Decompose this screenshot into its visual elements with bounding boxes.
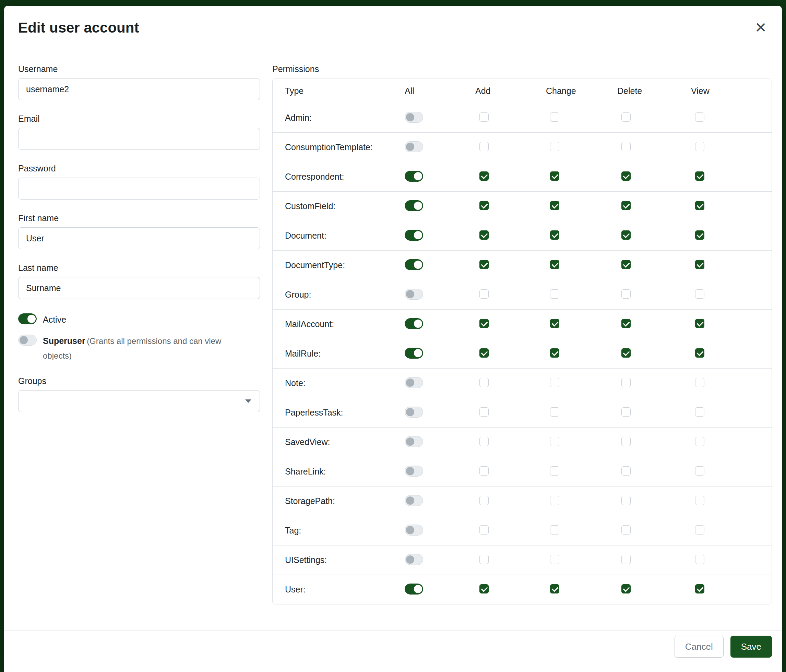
permission-view-checkbox[interactable] xyxy=(695,466,704,476)
permission-change-checkbox[interactable] xyxy=(550,525,559,534)
permission-view-checkbox[interactable] xyxy=(695,437,704,446)
permission-add-checkbox[interactable] xyxy=(479,378,489,387)
permission-change-checkbox[interactable] xyxy=(550,437,559,446)
groups-select[interactable] xyxy=(18,390,260,412)
permission-delete-checkbox[interactable] xyxy=(621,201,630,210)
permission-all-toggle[interactable] xyxy=(405,171,423,182)
permission-all-toggle[interactable] xyxy=(405,436,423,447)
permission-delete-checkbox[interactable] xyxy=(621,171,630,181)
permission-change-checkbox[interactable] xyxy=(550,260,559,269)
permission-view-checkbox[interactable] xyxy=(695,525,704,534)
username-label: Username xyxy=(18,64,260,74)
permission-view-checkbox[interactable] xyxy=(695,584,704,593)
username-input[interactable] xyxy=(18,78,260,100)
permission-all-toggle[interactable] xyxy=(405,377,423,388)
permission-delete-checkbox[interactable] xyxy=(621,349,630,358)
permission-add-checkbox[interactable] xyxy=(479,289,489,298)
permissions-rows: Admin: ConsumptionTemplate: Corresponden… xyxy=(273,103,772,604)
permission-change-checkbox[interactable] xyxy=(550,113,559,122)
permission-add-checkbox[interactable] xyxy=(479,113,489,122)
permission-all-toggle[interactable] xyxy=(405,289,423,300)
last-name-input[interactable] xyxy=(18,277,260,299)
permission-delete-checkbox[interactable] xyxy=(621,113,630,122)
permission-add-checkbox[interactable] xyxy=(479,466,489,476)
permission-change-checkbox[interactable] xyxy=(550,231,559,240)
permission-add-checkbox[interactable] xyxy=(479,437,489,446)
permission-delete-checkbox[interactable] xyxy=(621,142,630,151)
permission-delete-checkbox[interactable] xyxy=(621,289,630,298)
permission-add-checkbox[interactable] xyxy=(479,319,489,328)
permission-change-checkbox[interactable] xyxy=(550,319,559,328)
permission-view-checkbox[interactable] xyxy=(695,407,704,416)
permission-delete-checkbox[interactable] xyxy=(621,319,630,328)
password-input[interactable] xyxy=(18,177,260,199)
permission-type-label: CustomField: xyxy=(273,201,405,211)
permission-add-checkbox[interactable] xyxy=(479,201,489,210)
permission-view-checkbox[interactable] xyxy=(695,349,704,358)
permission-delete-checkbox[interactable] xyxy=(621,555,630,564)
first-name-input[interactable] xyxy=(18,227,260,249)
permission-row: Correspondent: xyxy=(273,162,772,191)
permission-all-toggle[interactable] xyxy=(405,348,423,359)
permission-view-checkbox[interactable] xyxy=(695,113,704,122)
permission-change-checkbox[interactable] xyxy=(550,289,559,298)
save-button[interactable]: Save xyxy=(731,636,772,658)
permission-all-toggle[interactable] xyxy=(405,584,423,595)
permission-all-toggle[interactable] xyxy=(405,112,423,123)
permission-delete-checkbox[interactable] xyxy=(621,437,630,446)
permission-change-checkbox[interactable] xyxy=(550,349,559,358)
permission-delete-checkbox[interactable] xyxy=(621,407,630,416)
superuser-toggle[interactable] xyxy=(18,334,37,345)
cancel-button[interactable]: Cancel xyxy=(674,636,723,658)
permission-change-checkbox[interactable] xyxy=(550,555,559,564)
permission-all-toggle[interactable] xyxy=(405,524,423,535)
permission-change-checkbox[interactable] xyxy=(550,466,559,476)
permission-all-toggle[interactable] xyxy=(405,495,423,506)
permission-all-toggle[interactable] xyxy=(405,230,423,241)
permission-view-checkbox[interactable] xyxy=(695,201,704,210)
permission-all-toggle[interactable] xyxy=(405,466,423,477)
permission-change-checkbox[interactable] xyxy=(550,407,559,416)
permission-all-toggle[interactable] xyxy=(405,259,423,270)
permission-change-checkbox[interactable] xyxy=(550,496,559,505)
permission-add-checkbox[interactable] xyxy=(479,555,489,564)
permission-view-checkbox[interactable] xyxy=(695,171,704,181)
permission-delete-checkbox[interactable] xyxy=(621,378,630,387)
permission-delete-checkbox[interactable] xyxy=(621,496,630,505)
permission-add-checkbox[interactable] xyxy=(479,496,489,505)
permission-view-checkbox[interactable] xyxy=(695,319,704,328)
permission-view-checkbox[interactable] xyxy=(695,496,704,505)
permission-add-checkbox[interactable] xyxy=(479,584,489,593)
permission-change-checkbox[interactable] xyxy=(550,142,559,151)
permission-delete-checkbox[interactable] xyxy=(621,584,630,593)
permission-add-checkbox[interactable] xyxy=(479,525,489,534)
permission-change-checkbox[interactable] xyxy=(550,201,559,210)
permission-add-checkbox[interactable] xyxy=(479,349,489,358)
permission-delete-checkbox[interactable] xyxy=(621,466,630,476)
permission-all-toggle[interactable] xyxy=(405,200,423,211)
permission-all-toggle[interactable] xyxy=(405,407,423,418)
permission-change-checkbox[interactable] xyxy=(550,171,559,181)
close-button[interactable]: ✕ xyxy=(753,19,769,37)
email-input[interactable] xyxy=(18,128,260,150)
permission-view-checkbox[interactable] xyxy=(695,555,704,564)
permission-view-checkbox[interactable] xyxy=(695,378,704,387)
permission-all-toggle[interactable] xyxy=(405,141,423,152)
permission-add-checkbox[interactable] xyxy=(479,171,489,181)
permission-all-toggle[interactable] xyxy=(405,554,423,565)
permission-change-checkbox[interactable] xyxy=(550,378,559,387)
permission-change-checkbox[interactable] xyxy=(550,584,559,593)
permission-delete-checkbox[interactable] xyxy=(621,525,630,534)
permission-add-checkbox[interactable] xyxy=(479,142,489,151)
permission-view-checkbox[interactable] xyxy=(695,142,704,151)
permission-add-checkbox[interactable] xyxy=(479,407,489,416)
permission-view-checkbox[interactable] xyxy=(695,260,704,269)
permission-delete-checkbox[interactable] xyxy=(621,260,630,269)
permission-view-checkbox[interactable] xyxy=(695,231,704,240)
permission-delete-checkbox[interactable] xyxy=(621,231,630,240)
permission-add-checkbox[interactable] xyxy=(479,260,489,269)
permission-view-checkbox[interactable] xyxy=(695,289,704,298)
permission-all-toggle[interactable] xyxy=(405,318,423,329)
active-toggle[interactable] xyxy=(18,313,37,324)
permission-add-checkbox[interactable] xyxy=(479,231,489,240)
